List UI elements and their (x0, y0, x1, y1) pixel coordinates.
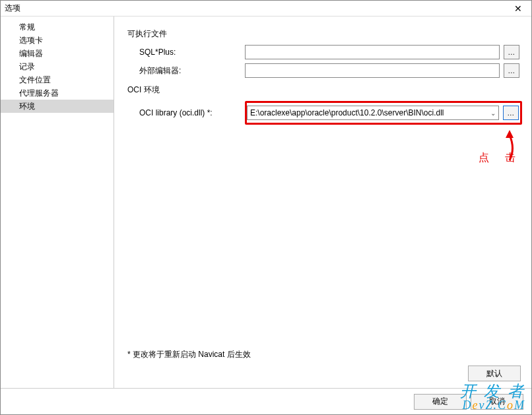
sidebar-item-label: 代理服务器 (19, 88, 59, 98)
sidebar-item-label: 编辑器 (19, 49, 43, 58)
close-icon: ✕ (514, 3, 522, 14)
input-external-editor[interactable] (245, 63, 500, 78)
options-window: 选项 ✕ 常规 选项卡 编辑器 记录 文件位置 代理服务器 环境 可执行文件 S… (0, 0, 532, 415)
sidebar-item-label: 记录 (19, 62, 35, 71)
sidebar-item-tabs[interactable]: 选项卡 (1, 34, 114, 47)
row-sqlplus: SQL*Plus: ... (127, 45, 519, 59)
sidebar-item-label: 环境 (19, 102, 35, 111)
button-label: 确定 (432, 396, 448, 407)
sidebar-item-label: 常规 (19, 22, 35, 32)
dialog-footer: 确定 取消 (1, 388, 531, 414)
row-oci-library: OCI library (oci.dll) *: E:\oraclexe\app… (127, 101, 519, 125)
spacer (127, 129, 519, 341)
sidebar-item-records[interactable]: 记录 (1, 60, 114, 73)
default-button-row: 默认 (127, 366, 521, 381)
sidebar-item-file-location[interactable]: 文件位置 (1, 73, 114, 86)
sidebar: 常规 选项卡 编辑器 记录 文件位置 代理服务器 环境 (1, 16, 114, 388)
ellipsis-icon: ... (508, 109, 515, 117)
sidebar-item-label: 文件位置 (19, 75, 51, 84)
ok-button[interactable]: 确定 (414, 394, 467, 410)
close-button[interactable]: ✕ (505, 1, 531, 16)
row-external-editor: 外部编辑器: ... (127, 63, 519, 78)
window-body: 常规 选项卡 编辑器 记录 文件位置 代理服务器 环境 可执行文件 SQL*Pl… (1, 16, 531, 388)
button-label: 取消 (489, 396, 505, 407)
label-sqlplus: SQL*Plus: (139, 48, 245, 57)
browse-oci-button[interactable]: ... (503, 106, 519, 120)
oci-library-value: E:\oraclexe\app\oracle\product\10.2.0\se… (250, 108, 444, 117)
section-oci: OCI 环境 (127, 84, 519, 96)
content-pane: 可执行文件 SQL*Plus: ... 外部编辑器: ... OCI 环境 OC… (114, 16, 531, 388)
sidebar-item-editor[interactable]: 编辑器 (1, 47, 114, 60)
button-label: 默认 (486, 368, 502, 379)
label-oci-library: OCI library (oci.dll) *: (139, 108, 245, 117)
sidebar-item-general[interactable]: 常规 (1, 20, 114, 34)
input-sqlplus[interactable] (245, 45, 500, 59)
default-button[interactable]: 默认 (468, 366, 521, 381)
browse-sqlplus-button[interactable]: ... (504, 45, 519, 59)
titlebar: 选项 ✕ (1, 1, 531, 16)
highlight-annotation: E:\oraclexe\app\oracle\product\10.2.0\se… (245, 101, 522, 125)
section-executables: 可执行文件 (127, 28, 519, 40)
sidebar-item-environment[interactable]: 环境 (1, 100, 114, 113)
label-external-editor: 外部编辑器: (139, 65, 245, 77)
window-title: 选项 (5, 3, 20, 14)
sidebar-item-label: 选项卡 (19, 36, 43, 45)
browse-external-editor-button[interactable]: ... (504, 63, 519, 78)
restart-note: * 更改将于重新启动 Navicat 后生效 (127, 349, 519, 360)
input-oci-library[interactable]: E:\oraclexe\app\oracle\product\10.2.0\se… (247, 106, 499, 120)
ellipsis-icon: ... (508, 48, 515, 56)
ellipsis-icon: ... (508, 67, 515, 75)
chevron-down-icon: ⌄ (488, 110, 496, 117)
sidebar-item-proxy[interactable]: 代理服务器 (1, 86, 114, 100)
cancel-button[interactable]: 取消 (471, 394, 523, 410)
